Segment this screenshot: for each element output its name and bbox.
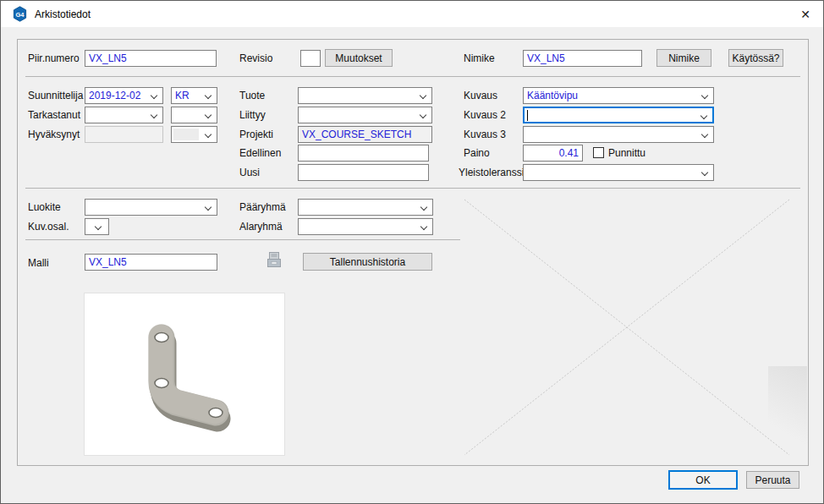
yleistoleranssi-label: Yleistoleranssi — [459, 167, 524, 178]
empty-preview-placeholder — [460, 194, 794, 460]
dashed-x-icon — [460, 194, 794, 460]
paaryhma-combo[interactable] — [298, 199, 433, 216]
kuvaus3-label: Kuvaus 3 — [464, 129, 506, 140]
piir-numero-label: Piir.numero — [28, 52, 80, 64]
titlebar: G4 Arkistotiedot ✕ — [1, 1, 823, 27]
suunnittelija-label: Suunnittelija — [28, 90, 83, 101]
paino-label: Paino — [464, 147, 490, 159]
hyvaksynyt-initials-combo — [171, 126, 217, 143]
kuvaus-label: Kuvaus — [464, 90, 497, 101]
disabled-fill — [173, 129, 199, 140]
malli-label: Malli — [28, 257, 49, 269]
nimike-label: Nimike — [464, 52, 495, 64]
kuvaus3-combo[interactable] — [523, 126, 714, 143]
preview-watermark — [768, 366, 807, 466]
close-icon[interactable]: ✕ — [793, 4, 818, 24]
text-cursor — [527, 110, 528, 121]
paino-field[interactable]: 0.41 — [523, 145, 583, 162]
chevron-down-icon — [205, 204, 211, 211]
edellinen-label: Edellinen — [239, 147, 281, 159]
kuvosal-label: Kuv.osal. — [28, 221, 69, 233]
chevron-down-icon — [205, 112, 211, 118]
arkistotiedot-dialog: G4 Arkistotiedot ✕ Piir.numero VX_LN5 Re… — [0, 0, 824, 504]
g4-logo-text: G4 — [15, 11, 25, 19]
punnittu-checkbox[interactable] — [593, 147, 604, 158]
paino-value: 0.41 — [559, 147, 579, 159]
projekti-label: Projekti — [239, 129, 273, 140]
chevron-down-icon — [701, 92, 708, 99]
alaryhma-label: Alaryhmä — [239, 221, 283, 233]
luokite-label: Luokite — [28, 201, 61, 213]
liittyy-combo[interactable] — [298, 107, 432, 123]
separator-top — [25, 76, 800, 77]
muutokset-button[interactable]: Muutokset — [325, 49, 393, 67]
kuvaus2-combo[interactable] — [523, 107, 714, 123]
chevron-down-icon — [205, 92, 211, 99]
printer-icon — [266, 251, 283, 271]
nimike-field[interactable]: VX_LN5 — [523, 50, 642, 67]
ok-button[interactable]: OK — [668, 470, 738, 490]
kuvaus2-label: Kuvaus 2 — [464, 109, 506, 121]
g4-app-logo-icon: G4 — [12, 6, 28, 22]
paaryhma-label: Pääryhmä — [239, 201, 286, 213]
chevron-down-icon — [420, 204, 427, 211]
chevron-down-icon — [701, 131, 708, 138]
kaytossa-button[interactable]: Käytössä? — [728, 49, 783, 67]
luokite-combo[interactable] — [85, 199, 217, 216]
nimike-button[interactable]: Nimike — [656, 49, 711, 67]
tallennushistoria-button[interactable]: Tallennushistoria — [303, 253, 432, 271]
kuvaus-value: Kääntövipu — [527, 90, 578, 101]
revisio-field[interactable] — [300, 50, 321, 67]
hyvaksynyt-label: Hyväksynyt — [28, 129, 80, 140]
yleistoleranssi-combo[interactable] — [523, 164, 714, 181]
edellinen-field[interactable] — [298, 145, 429, 162]
chevron-down-icon — [420, 92, 426, 99]
chevron-down-icon — [205, 131, 211, 138]
3d-part-bracket-image — [85, 293, 284, 455]
tarkastanut-date-combo[interactable] — [85, 107, 163, 123]
alaryhma-combo[interactable] — [298, 218, 433, 235]
malli-field[interactable]: VX_LN5 — [85, 254, 217, 271]
chevron-down-icon — [700, 112, 707, 119]
uusi-label: Uusi — [239, 167, 260, 178]
suunnittelija-initials-combo[interactable]: KR — [171, 87, 217, 104]
suunnittelija-date-combo[interactable]: 2019-12-02 — [85, 87, 163, 104]
chevron-down-icon — [95, 223, 102, 230]
peruuta-button[interactable]: Peruuta — [746, 471, 799, 489]
kuvaus-combo[interactable]: Kääntövipu — [523, 87, 714, 104]
tarkastanut-initials-combo[interactable] — [171, 107, 217, 123]
tuote-label: Tuote — [239, 90, 265, 101]
uusi-field[interactable] — [298, 164, 429, 181]
kuvosal-combo[interactable] — [85, 218, 109, 235]
liittyy-label: Liittyy — [239, 109, 266, 121]
nimike-value: VX_LN5 — [527, 52, 565, 64]
tuote-combo[interactable] — [298, 87, 432, 104]
punnittu-label: Punnittu — [608, 147, 645, 159]
projekti-field: VX_COURSE_SKETCH — [298, 126, 432, 143]
chevron-down-icon — [420, 112, 426, 118]
malli-value: VX_LN5 — [89, 256, 127, 268]
piir-numero-value: VX_LN5 — [89, 52, 127, 64]
separator-lower — [25, 239, 460, 240]
model-preview-panel — [84, 293, 285, 456]
chevron-down-icon — [701, 169, 708, 176]
revisio-label: Revisio — [239, 52, 272, 64]
window-title: Arkistotiedot — [35, 8, 91, 20]
chevron-down-icon — [151, 112, 157, 118]
projekti-value: VX_COURSE_SKETCH — [302, 129, 411, 140]
suunnittelija-initials-value: KR — [175, 90, 190, 101]
hyvaksynyt-field — [85, 126, 163, 143]
chevron-down-icon — [151, 92, 157, 99]
separator-middle — [25, 188, 800, 189]
chevron-down-icon — [420, 223, 427, 230]
piir-numero-field[interactable]: VX_LN5 — [85, 50, 217, 67]
suunnittelija-date-value: 2019-12-02 — [89, 90, 140, 101]
tarkastanut-label: Tarkastanut — [28, 109, 80, 121]
